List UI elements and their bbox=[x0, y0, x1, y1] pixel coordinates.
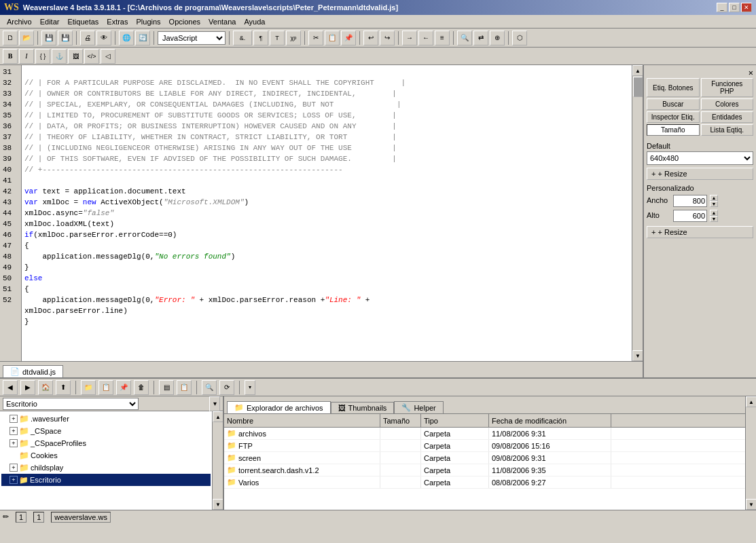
code-button[interactable]: { } bbox=[35, 49, 50, 64]
new-folder-button[interactable]: 📁 bbox=[81, 380, 96, 395]
goto-button[interactable]: ⊕ bbox=[490, 31, 505, 45]
file-row-torrent[interactable]: 📁torrent.search.dash.v1.2 Carpeta 11/08/… bbox=[224, 464, 745, 476]
prev-button[interactable]: ◁ bbox=[101, 49, 115, 64]
code-content[interactable]: // | FOR A PARTICULAR PURPOSE ARE DISCLA… bbox=[22, 65, 632, 361]
alto-down[interactable]: ▼ bbox=[710, 216, 718, 222]
redo-button[interactable]: ↪ bbox=[380, 31, 395, 45]
tab-lista-eqtiq[interactable]: Lista Eqtiq. bbox=[701, 124, 754, 136]
tree-item-cspace[interactable]: + 📁 _CSpace bbox=[1, 425, 211, 437]
tab-funciones-php[interactable]: Funciones PHP bbox=[701, 78, 754, 97]
tab-buscar[interactable]: Buscar bbox=[647, 98, 700, 110]
sync-button[interactable]: ⟳ bbox=[219, 380, 234, 395]
resize-button-2[interactable]: + + Resize bbox=[647, 226, 753, 238]
close-button[interactable]: ✕ bbox=[741, 3, 752, 12]
tree-item-escritorio[interactable]: + 📁 Escritorio bbox=[1, 474, 211, 486]
tree-scroll-btn[interactable]: ▾ bbox=[209, 396, 220, 411]
tree-scroll-up[interactable]: ▲ bbox=[213, 411, 223, 422]
format-button[interactable]: T bbox=[270, 31, 285, 45]
view-list-button[interactable]: 📋 bbox=[177, 380, 192, 395]
up-button[interactable]: ⬆ bbox=[56, 380, 71, 395]
menu-extras[interactable]: Extras bbox=[103, 17, 132, 26]
tree-item-cookies[interactable]: 📁 Cookies bbox=[1, 449, 211, 462]
file-browser-scrollbar[interactable]: ▲ ▼ bbox=[745, 396, 756, 510]
resize-button-1[interactable]: + + Resize bbox=[647, 168, 753, 180]
default-size-dropdown[interactable]: 640x480 800x600 1024x768 bbox=[647, 151, 753, 165]
minimize-button[interactable]: _ bbox=[717, 3, 727, 12]
editor-tab-dtdvalid[interactable]: 📄 dtdvalid.js bbox=[3, 365, 63, 377]
tree-scroll-down[interactable]: ▼ bbox=[213, 499, 223, 510]
bold-button[interactable]: B bbox=[3, 49, 18, 64]
extra-btn1[interactable]: ⬡ bbox=[512, 31, 527, 45]
menu-plugins[interactable]: Plugins bbox=[132, 17, 165, 26]
menu-ventana[interactable]: Ventana bbox=[204, 17, 240, 26]
file-row-varios[interactable]: 📁Varios Carpeta 08/08/2006 9:27 bbox=[224, 476, 745, 489]
tree-root-dropdown[interactable]: Escritorio bbox=[3, 398, 139, 410]
tree-item-childsplay[interactable]: + 📁 childsplay bbox=[1, 462, 211, 474]
tab-colores[interactable]: Colores bbox=[701, 98, 754, 110]
copy-button[interactable]: 📋 bbox=[325, 31, 340, 45]
link-button[interactable]: </> bbox=[84, 49, 99, 64]
menu-etiquetas[interactable]: Etiquetas bbox=[63, 17, 103, 26]
char-button[interactable]: χp bbox=[286, 31, 301, 45]
alto-up[interactable]: ▲ bbox=[710, 210, 718, 216]
menu-ayuda[interactable]: Ayuda bbox=[240, 17, 269, 26]
ancho-input[interactable] bbox=[673, 195, 707, 207]
panel-close-button[interactable]: ✕ bbox=[647, 68, 753, 78]
alto-input[interactable] bbox=[673, 210, 707, 222]
refresh-button[interactable]: 🔄 bbox=[135, 31, 150, 45]
header-tamano[interactable]: Tamaño bbox=[380, 414, 421, 427]
align-button[interactable]: ≡ bbox=[435, 31, 450, 45]
header-fecha[interactable]: Fecha de modificación bbox=[489, 414, 611, 427]
search-button[interactable]: 🔍 bbox=[457, 31, 472, 45]
tab-etiq-botones[interactable]: Etiq. Botones bbox=[647, 78, 700, 97]
expand-wavesurfer[interactable]: + bbox=[10, 415, 18, 423]
tree-item-wavesurfer[interactable]: + 📁 .wavesurfer bbox=[1, 413, 211, 425]
editor-scrollbar[interactable]: ▲ ▼ bbox=[632, 65, 643, 361]
cut-button[interactable]: ✂ bbox=[308, 31, 323, 45]
tree-item-cspaceprofiles[interactable]: + 📁 _CSpaceProfiles bbox=[1, 437, 211, 449]
menu-archivo[interactable]: Archivo bbox=[3, 17, 36, 26]
open-button[interactable]: 📂 bbox=[19, 31, 34, 45]
indent-button[interactable]: → bbox=[402, 31, 417, 45]
paste-file-button[interactable]: 📌 bbox=[116, 380, 131, 395]
scroll-down-button[interactable]: ▼ bbox=[632, 350, 643, 361]
delete-file-button[interactable]: 🗑 bbox=[134, 380, 149, 395]
preview-button[interactable]: 👁 bbox=[96, 31, 111, 45]
expand-cspaceprofiles[interactable]: + bbox=[10, 439, 18, 447]
filebrowser-scroll-up[interactable]: ▲ bbox=[746, 396, 756, 407]
tab-helper[interactable]: 🔧 Helper bbox=[394, 401, 443, 413]
tree-scrollbar[interactable]: ▲ ▼ bbox=[212, 411, 223, 510]
save-all-button[interactable]: 💾 bbox=[58, 31, 73, 45]
anchor-button[interactable]: ⚓ bbox=[52, 49, 67, 64]
print-button[interactable]: 🖨 bbox=[80, 31, 95, 45]
header-nombre[interactable]: Nombre bbox=[224, 414, 380, 427]
amp-button[interactable]: &. bbox=[233, 31, 252, 45]
save-button[interactable]: 💾 bbox=[41, 31, 56, 45]
replace-button[interactable]: ⇄ bbox=[473, 31, 488, 45]
home-button[interactable]: 🏠 bbox=[38, 380, 53, 395]
tag-button[interactable]: ¶ bbox=[253, 31, 268, 45]
tab-thumbnails[interactable]: 🖼 Thumbnails bbox=[331, 402, 395, 413]
file-row-ftp[interactable]: 📁FTP Carpeta 09/08/2006 15:16 bbox=[224, 440, 745, 452]
filter-button[interactable]: 🔍 bbox=[202, 380, 217, 395]
image-insert-button[interactable]: 🖼 bbox=[68, 49, 83, 64]
file-row-screen[interactable]: 📁screen Carpeta 09/08/2006 9:31 bbox=[224, 452, 745, 464]
ancho-down[interactable]: ▼ bbox=[710, 201, 718, 207]
outdent-button[interactable]: ← bbox=[418, 31, 433, 45]
tab-inspector-etiq[interactable]: Inspector Etiq. bbox=[647, 111, 700, 123]
scroll-up-button[interactable]: ▲ bbox=[632, 65, 643, 76]
filebrowser-scroll-down[interactable]: ▼ bbox=[746, 499, 756, 510]
ancho-up[interactable]: ▲ bbox=[710, 195, 718, 201]
copy-file-button[interactable]: 📋 bbox=[98, 380, 113, 395]
scroll-thumb[interactable] bbox=[633, 77, 643, 97]
menu-opciones[interactable]: Opciones bbox=[165, 17, 204, 26]
forward-button[interactable]: ▶ bbox=[20, 380, 35, 395]
tab-explorador[interactable]: 📁 Explorador de archivos bbox=[227, 401, 331, 413]
tab-entidades[interactable]: Entidades bbox=[701, 111, 754, 123]
language-dropdown[interactable]: JavaScript HTML CSS PHP bbox=[158, 31, 226, 45]
italic-button[interactable]: I bbox=[19, 49, 34, 64]
bottom-extra-btn[interactable]: ▾ bbox=[245, 380, 255, 395]
new-button[interactable]: 🗋 bbox=[3, 31, 18, 45]
maximize-button[interactable]: □ bbox=[729, 3, 740, 12]
browser-button[interactable]: 🌐 bbox=[119, 31, 134, 45]
